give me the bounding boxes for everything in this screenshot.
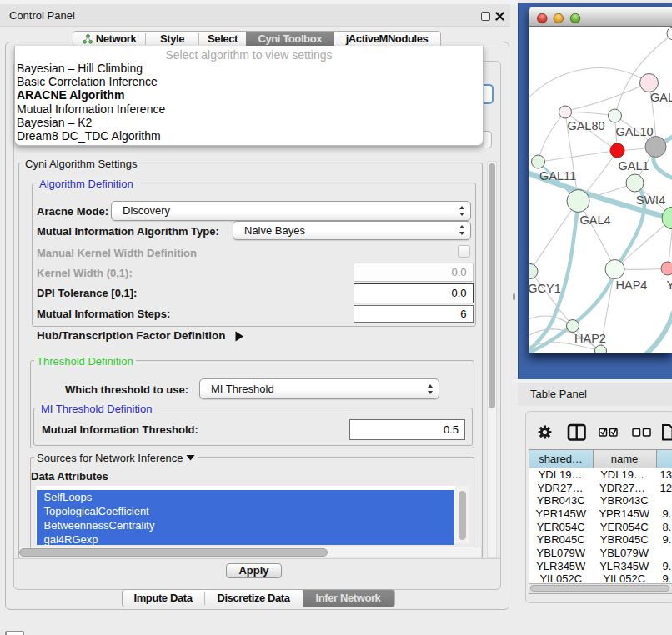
svg-text:GAL7: GAL7 [650,90,672,103]
svg-text:GAL4: GAL4 [579,212,610,226]
svg-text:GAL1: GAL1 [618,158,649,172]
svg-text:GAL80: GAL80 [567,118,604,132]
svg-text:HAP2: HAP2 [574,331,606,344]
svg-text:GCY1: GCY1 [529,281,561,294]
svg-text:GAL11: GAL11 [539,168,576,182]
svg-text:SWI4: SWI4 [636,192,665,206]
svg-text:GAL10: GAL10 [615,124,653,138]
svg-text:Y: Y [667,278,672,291]
svg-text:HAP4: HAP4 [616,278,648,291]
